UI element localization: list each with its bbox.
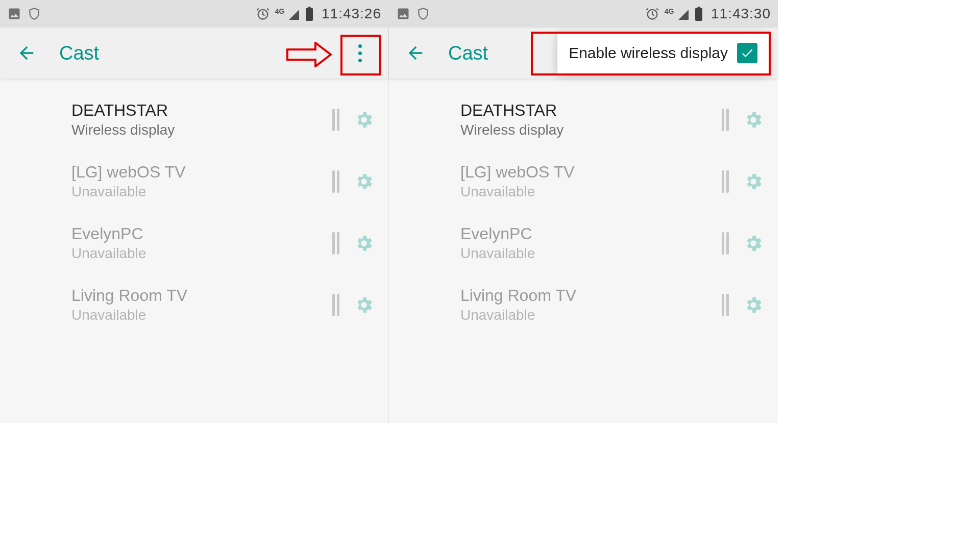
device-row[interactable]: Living Room TV Unavailable [389,274,778,336]
gear-icon[interactable] [743,110,764,130]
gear-icon[interactable] [354,110,374,130]
device-list: DEATHSTAR Wireless display [LG] webOS TV… [389,79,778,336]
annotation-arrow-icon [286,42,332,67]
drag-handle-icon[interactable] [332,170,341,193]
drag-handle-icon[interactable] [722,232,731,255]
device-status: Unavailable [460,245,722,262]
enable-wireless-display-checkbox[interactable] [737,43,757,63]
device-row[interactable]: [LG] webOS TV Unavailable [0,150,388,212]
screenshot-right: 4G 11:43:30 Cast Enable wireless display [389,0,778,423]
gear-icon[interactable] [743,233,764,253]
shield-icon [28,7,41,20]
gear-icon[interactable] [743,171,764,192]
back-button[interactable] [403,41,428,65]
device-row[interactable]: EvelynPC Unavailable [389,212,778,274]
drag-handle-icon[interactable] [722,109,731,131]
drag-handle-icon[interactable] [332,232,341,255]
device-status: Unavailable [71,245,332,262]
device-status: Unavailable [460,307,722,323]
drag-handle-icon[interactable] [332,109,341,131]
device-status: Unavailable [71,307,332,323]
gear-icon[interactable] [743,295,764,315]
enable-wireless-display-label: Enable wireless display [569,44,728,62]
gear-icon[interactable] [354,233,374,253]
drag-handle-icon[interactable] [722,170,731,193]
gear-icon[interactable] [354,171,374,192]
device-name: Living Room TV [71,286,332,305]
gear-icon[interactable] [354,295,374,315]
alarm-icon [256,7,270,21]
network-4g-icon: 4G [275,7,300,21]
screenshot-left: 4G 11:43:26 Cast [0,0,389,423]
device-status: Unavailable [71,184,332,200]
device-status: Unavailable [460,184,722,200]
battery-icon [695,7,703,21]
picture-icon [396,7,410,21]
overflow-menu-button[interactable] [346,39,374,67]
device-status: Wireless display [460,122,722,138]
status-bar: 4G 11:43:30 [389,0,778,28]
device-row[interactable]: EvelynPC Unavailable [0,212,388,274]
device-name: DEATHSTAR [460,101,722,120]
drag-handle-icon[interactable] [722,294,731,316]
battery-icon [305,7,313,21]
overflow-menu: Enable wireless display [557,33,769,73]
back-button[interactable] [14,41,39,65]
device-name: Living Room TV [460,286,722,305]
device-name: DEATHSTAR [71,101,332,120]
picture-icon [7,7,21,21]
app-bar: Cast [0,28,388,79]
device-name: [LG] webOS TV [71,163,332,182]
clock-text: 11:43:30 [711,6,771,22]
device-name: EvelynPC [460,224,722,243]
device-row[interactable]: DEATHSTAR Wireless display [0,89,388,150]
device-row[interactable]: Living Room TV Unavailable [0,274,388,336]
status-bar: 4G 11:43:26 [0,0,388,28]
device-name: EvelynPC [71,224,332,243]
device-row[interactable]: DEATHSTAR Wireless display [389,89,778,150]
device-status: Wireless display [71,122,332,138]
alarm-icon [645,7,659,21]
page-title: Cast [59,42,99,64]
shield-icon [416,7,430,20]
network-4g-icon: 4G [665,7,690,21]
device-list: DEATHSTAR Wireless display [LG] webOS TV… [0,79,388,336]
device-name: [LG] webOS TV [460,163,722,182]
device-row[interactable]: [LG] webOS TV Unavailable [389,150,778,212]
clock-text: 11:43:26 [322,6,381,22]
page-title: Cast [448,42,488,64]
drag-handle-icon[interactable] [332,294,341,316]
